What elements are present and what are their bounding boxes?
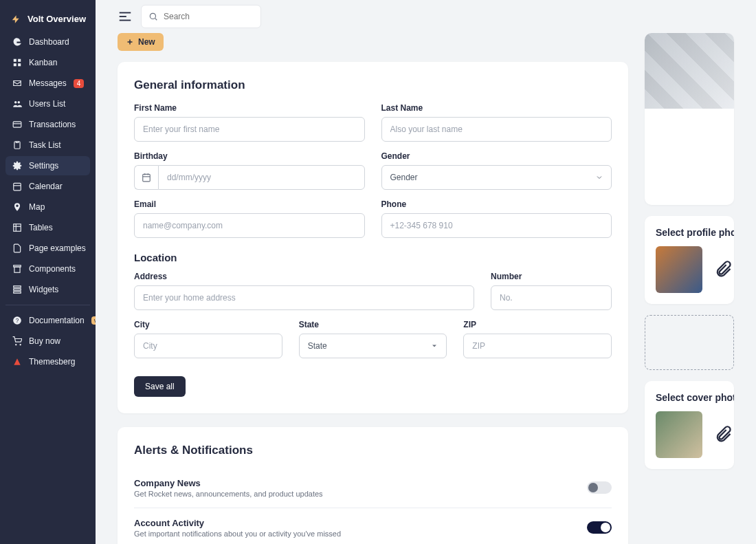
birthday-label: Birthday [134, 151, 365, 161]
save-all-button[interactable]: Save all [134, 376, 186, 397]
sidebar: Volt Overview Dashboard Kanban Messages … [0, 0, 96, 544]
sidebar-item-transactions[interactable]: Transactions [5, 115, 90, 134]
cover-photo-card: Select cover photo [645, 381, 734, 469]
city-label: City [134, 320, 282, 329]
sidebar-item-dashboard[interactable]: Dashboard [5, 32, 90, 52]
sidebar-item-label: Documentation [29, 316, 85, 325]
phone-input[interactable] [381, 213, 612, 238]
svg-rect-2 [14, 63, 16, 66]
profile-photo-card: Select profile photo [645, 216, 734, 304]
svg-point-22 [16, 345, 16, 345]
number-label: Number [491, 272, 612, 281]
sidebar-item-kanban[interactable]: Kanban [5, 53, 90, 72]
svg-rect-16 [14, 267, 20, 272]
gender-label: Gender [381, 151, 612, 161]
attachment-icon[interactable] [713, 260, 733, 279]
brand[interactable]: Volt Overview [5, 11, 90, 32]
widgets-icon [12, 285, 22, 294]
brand-label: Volt Overview [27, 14, 86, 24]
menu-toggle[interactable] [118, 9, 133, 24]
toggle-account-activity[interactable] [587, 521, 612, 534]
profile-photo-title: Select profile photo [656, 227, 723, 238]
search-box[interactable] [141, 5, 261, 28]
email-input[interactable] [134, 213, 365, 238]
sidebar-item-buy-now[interactable]: Buy now [5, 331, 90, 351]
sidebar-item-page-examples[interactable]: Page examples [5, 239, 90, 258]
clipboard-icon [12, 140, 22, 150]
plus-icon [126, 38, 134, 46]
toggle-company-news[interactable] [587, 481, 612, 494]
new-button-label: New [138, 37, 155, 47]
svg-rect-31 [143, 174, 151, 182]
inbox-icon [12, 78, 22, 88]
number-input[interactable] [491, 285, 612, 310]
svg-rect-10 [14, 183, 21, 191]
state-label: State [299, 320, 447, 329]
svg-rect-17 [14, 286, 21, 287]
credit-card-icon [12, 120, 22, 129]
alert-company-news: Company News Get Rocket news, announceme… [134, 468, 612, 508]
sidebar-item-label: Widgets [29, 285, 58, 294]
dropzone[interactable] [645, 315, 734, 370]
city-input[interactable] [134, 334, 282, 358]
svg-rect-12 [14, 224, 21, 232]
sidebar-item-label: Map [29, 202, 45, 212]
sidebar-item-label: Settings [29, 161, 58, 171]
main: New General information First Name Last … [96, 0, 756, 544]
svg-point-5 [18, 101, 20, 104]
cover-image [645, 33, 734, 109]
sidebar-item-settings[interactable]: Settings [5, 156, 90, 175]
sidebar-item-users-list[interactable]: Users List [5, 94, 90, 113]
birthday-input[interactable] [158, 165, 365, 190]
email-label: Email [134, 199, 365, 209]
sidebar-item-documentation[interactable]: ? Documentation v1.3 [5, 311, 90, 330]
calendar-icon [12, 182, 22, 191]
sidebar-item-label: Buy now [29, 336, 60, 346]
sidebar-item-widgets[interactable]: Widgets [5, 280, 90, 299]
sidebar-item-task-list[interactable]: Task List [5, 135, 90, 155]
sidebar-item-label: Messages [29, 78, 67, 88]
users-icon [12, 99, 22, 109]
help-icon: ? [12, 316, 22, 325]
address-label: Address [134, 272, 474, 281]
svg-rect-6 [13, 122, 21, 127]
svg-rect-19 [14, 292, 21, 293]
cover-thumb[interactable] [656, 411, 702, 458]
gender-select[interactable]: Gender [381, 165, 612, 190]
chart-pie-icon [12, 37, 22, 47]
sidebar-item-calendar[interactable]: Calendar [5, 177, 90, 196]
attachment-icon[interactable] [713, 425, 733, 444]
map-pin-icon [12, 202, 22, 212]
badge: 4 [74, 79, 85, 88]
first-name-input[interactable] [134, 117, 365, 142]
sidebar-item-label: Task List [29, 140, 61, 150]
sidebar-item-messages[interactable]: Messages 4 [5, 74, 90, 93]
svg-rect-18 [14, 289, 21, 290]
sidebar-item-components[interactable]: Components [5, 259, 90, 279]
alert-account-activity: Account Activity Get important notificat… [134, 508, 612, 544]
sidebar-item-label: Users List [29, 99, 65, 109]
profile-thumb[interactable] [656, 246, 702, 293]
first-name-label: First Name [134, 103, 365, 113]
lightning-icon [11, 14, 21, 24]
svg-point-4 [14, 101, 17, 104]
svg-rect-3 [18, 63, 21, 66]
sidebar-item-tables[interactable]: Tables [5, 218, 90, 237]
location-title: Location [134, 252, 612, 263]
sidebar-item-themesberg[interactable]: Themesberg [5, 352, 90, 371]
gear-icon [12, 161, 22, 171]
table-icon [12, 223, 22, 232]
grid-icon [12, 58, 22, 67]
svg-rect-0 [14, 59, 16, 62]
sidebar-item-label: Kanban [29, 58, 57, 67]
last-name-input[interactable] [381, 117, 612, 142]
sidebar-item-map[interactable]: Map [5, 197, 90, 217]
svg-rect-1 [18, 59, 21, 62]
archive-icon [12, 264, 22, 274]
zip-input[interactable] [463, 334, 612, 358]
state-select[interactable]: State [299, 334, 447, 358]
new-button[interactable]: New [118, 33, 164, 51]
svg-text:?: ? [16, 318, 19, 324]
address-input[interactable] [134, 285, 474, 310]
search-input[interactable] [158, 12, 254, 21]
